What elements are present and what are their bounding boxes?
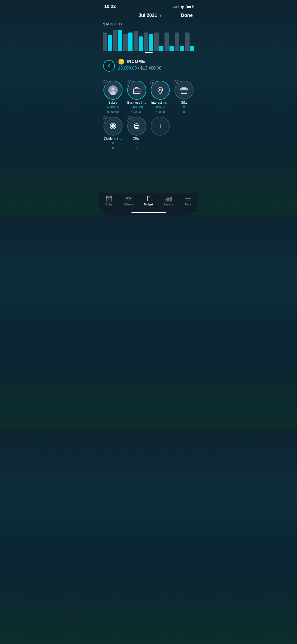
other-budget: 0 — [136, 146, 138, 149]
income-budget-separator: / — [138, 66, 139, 70]
category-gifts[interactable]: ✕ Gifts 0 0 — [173, 81, 195, 113]
other-name: Other — [133, 137, 141, 140]
more-icon — [185, 195, 192, 202]
done-button[interactable]: Done — [181, 13, 193, 18]
scroll-indicator — [145, 52, 153, 53]
reports-label: Reports — [164, 203, 173, 206]
bar-group-4 — [144, 33, 153, 51]
tab-balance[interactable]: Balance — [119, 195, 139, 206]
remove-salary-button[interactable]: ✕ — [103, 80, 108, 85]
svg-point-7 — [161, 90, 162, 90]
income-budget: $13,400.00 — [140, 66, 162, 70]
period-selector[interactable]: Jul 2021 ▼ — [139, 13, 163, 18]
tab-budget[interactable]: Budget — [139, 195, 158, 206]
signal-icon — [173, 5, 179, 8]
svg-point-1 — [111, 88, 115, 91]
dividend-name: Dividend in... — [104, 137, 122, 140]
interest-name: Interest inc... — [151, 101, 169, 104]
balance-label: Balance — [124, 203, 133, 206]
salary-actual: 9,000.00 — [107, 105, 119, 109]
dividend-actual: 0 — [112, 141, 114, 145]
interest-budget: 400.00 — [156, 110, 165, 113]
budget-icon — [145, 195, 152, 202]
today-label: Today — [105, 203, 112, 206]
chart-max-label: $14,400.00 — [102, 21, 195, 27]
income-progress-bar — [118, 73, 194, 73]
bar-group-1 — [113, 30, 122, 51]
add-category-button[interactable]: + — [151, 117, 170, 136]
categories-grid: ✕ Salary 9,000.00 9,000.00 ✕ — [99, 76, 198, 154]
svg-rect-31 — [166, 199, 167, 201]
tab-today[interactable]: 20 Today — [99, 195, 119, 206]
tab-reports[interactable]: Reports — [158, 195, 178, 206]
tab-bar: 20 Today Balance Budget — [99, 193, 198, 215]
income-amounts: 13,000.00 / $13,400.00 — [118, 66, 194, 71]
remove-business-button[interactable]: ✕ — [127, 80, 132, 85]
gifts-budget: 0 — [183, 110, 185, 113]
income-header: 🪙 INCOME — [118, 58, 194, 65]
remove-gifts-button[interactable]: ✕ — [174, 80, 179, 85]
business-budget: 4,000.00 — [131, 110, 142, 113]
coins-icon: 🪙 — [118, 58, 125, 65]
category-other[interactable]: ✕ Other 0 0 — [126, 117, 148, 149]
bar-group-3 — [134, 31, 143, 51]
period-label: Jul 2021 — [139, 13, 157, 18]
salary-name: Salary — [109, 101, 117, 104]
svg-point-6 — [159, 89, 160, 90]
reports-icon — [165, 195, 172, 202]
gifts-name: Gifts — [181, 101, 187, 104]
status-icons — [173, 5, 193, 8]
chevron-down-icon: ▼ — [159, 13, 163, 18]
svg-rect-34 — [171, 197, 172, 201]
category-dividend[interactable]: ✕ Dividend in... 0 0 — [102, 117, 124, 149]
bar-group-8 — [185, 33, 194, 51]
bar-group-2 — [123, 33, 133, 51]
income-actual: 13,000.00 — [118, 66, 137, 70]
battery-icon — [186, 5, 193, 8]
back-button[interactable] — [103, 60, 115, 72]
salary-budget: 9,000.00 — [107, 110, 119, 113]
dividend-budget: 0 — [112, 146, 114, 149]
add-category-item: + — [150, 117, 171, 149]
header: Jul 2021 ▼ Done — [99, 12, 198, 21]
svg-rect-33 — [169, 199, 170, 201]
svg-rect-32 — [167, 198, 168, 201]
bar-group-7 — [175, 33, 184, 51]
svg-rect-28 — [147, 196, 150, 201]
income-info: 🪙 INCOME 13,000.00 / $13,400.00 — [118, 58, 194, 73]
other-actual: 0 — [136, 141, 138, 145]
chart-bars — [102, 27, 195, 51]
more-label: More — [185, 203, 191, 206]
category-interest[interactable]: ✕ Interest inc... 400.00 400.00 — [150, 81, 171, 113]
category-business[interactable]: ✕ Business in... 3,600.00 4,000.00 — [126, 81, 148, 113]
chart-area: $14,400.00 — [99, 21, 198, 55]
today-icon: 20 — [106, 195, 112, 202]
business-name: Business in... — [127, 101, 146, 104]
income-title: INCOME — [127, 59, 145, 64]
svg-point-5 — [158, 87, 163, 92]
remove-dividend-button[interactable]: ✕ — [103, 116, 108, 121]
wifi-icon — [180, 5, 185, 8]
budget-label: Budget — [144, 203, 153, 206]
interest-actual: 400.00 — [155, 105, 165, 109]
bar-group-6 — [164, 33, 174, 51]
bar-group-0 — [103, 33, 112, 51]
income-section: 🪙 INCOME 13,000.00 / $13,400.00 — [99, 55, 198, 76]
svg-text:20: 20 — [107, 198, 110, 201]
balance-icon — [125, 195, 132, 202]
home-indicator — [131, 212, 166, 213]
remove-other-button[interactable]: ✕ — [127, 116, 132, 121]
status-time: 10:22 — [104, 4, 116, 9]
status-bar: 10:22 — [99, 0, 198, 12]
gifts-actual: 0 — [183, 105, 185, 109]
svg-point-18 — [134, 124, 139, 126]
category-salary[interactable]: ✕ Salary 9,000.00 9,000.00 — [102, 81, 124, 113]
business-actual: 3,600.00 — [130, 105, 143, 109]
bar-group-5 — [154, 33, 163, 51]
tab-more[interactable]: More — [178, 195, 198, 206]
